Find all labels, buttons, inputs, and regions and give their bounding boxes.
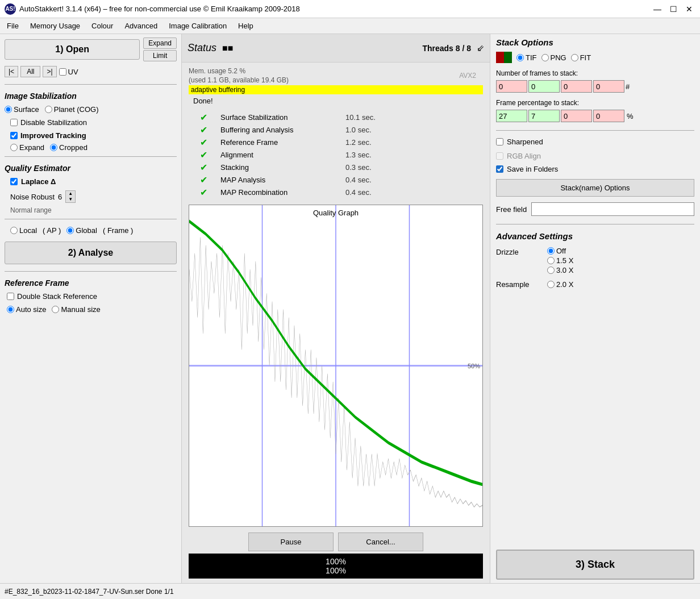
- nav-prev-button[interactable]: |<: [5, 66, 18, 77]
- fit-radio-label[interactable]: FIT: [571, 53, 591, 62]
- double-stack-checkbox[interactable]: [7, 293, 14, 300]
- avx2-label: AVX2: [459, 72, 476, 80]
- auto-size-label[interactable]: Auto size: [7, 305, 46, 314]
- resample-20-label[interactable]: 2.0 X: [547, 280, 573, 289]
- laplace-label[interactable]: Laplace Δ: [21, 177, 56, 186]
- sharpened-label[interactable]: Sharpened: [507, 138, 543, 146]
- frame-pct-input-0[interactable]: [496, 110, 527, 122]
- tif-radio-label[interactable]: TIF: [516, 53, 537, 62]
- noise-spinner[interactable]: ▲ ▼: [65, 190, 76, 203]
- step-row-6: ✔ MAP Recombination 0.4 sec.: [200, 187, 483, 198]
- progress-line-1: 100%: [189, 557, 483, 566]
- png-radio-label[interactable]: PNG: [541, 53, 566, 62]
- frame-pct-input-3[interactable]: [593, 110, 624, 122]
- png-radio[interactable]: [541, 54, 549, 61]
- cancel-button[interactable]: Cancel...: [338, 533, 423, 551]
- maximize-button[interactable]: ☐: [667, 3, 680, 15]
- expand-radio[interactable]: [10, 144, 18, 151]
- cropped-radio[interactable]: [50, 144, 57, 151]
- menu-file[interactable]: File: [2, 20, 23, 32]
- local-radio[interactable]: [10, 227, 18, 234]
- surface-radio-label[interactable]: Surface: [5, 105, 39, 114]
- frame-pct-input-2[interactable]: [561, 110, 592, 122]
- menu-image-calibration[interactable]: Image Calibration: [164, 20, 231, 32]
- step-time-2: 1.2 sec.: [345, 138, 372, 147]
- stabilization-radio-group: Surface Planet (COG): [5, 105, 177, 114]
- drizzle-row: Drizzle Off 1.5 X 3.0 X: [496, 247, 694, 274]
- menu-memory-usage[interactable]: Memory Usage: [26, 20, 85, 32]
- status-bottom-bar: #E_832_16_b2023-11-02-1847_7-UV-Sun.ser …: [0, 583, 700, 599]
- menu-advanced[interactable]: Advanced: [120, 20, 162, 32]
- drizzle-off-radio[interactable]: [547, 247, 555, 255]
- drizzle-15-label[interactable]: 1.5 X: [547, 256, 573, 265]
- status-title-row: Status ■■: [188, 42, 233, 54]
- fit-radio[interactable]: [571, 54, 578, 61]
- improved-tracking-label[interactable]: Improved Tracking: [10, 131, 177, 140]
- rgb-align-row: RGB Align: [496, 152, 694, 160]
- minimize-button[interactable]: —: [651, 3, 664, 15]
- close-button[interactable]: ✕: [683, 3, 695, 15]
- drizzle-off-label[interactable]: Off: [547, 247, 573, 255]
- planet-radio-label[interactable]: Planet (COG): [45, 105, 99, 114]
- laplace-checkbox[interactable]: [10, 178, 18, 185]
- noise-spin-up[interactable]: ▲: [66, 191, 75, 197]
- global-radio[interactable]: [66, 227, 74, 234]
- step-check-0: ✔: [200, 112, 209, 123]
- image-stabilization-title: Image Stabilization: [5, 91, 177, 101]
- save-folders-label[interactable]: Save in Folders: [507, 165, 558, 173]
- expand-button[interactable]: Expand: [143, 38, 177, 49]
- drizzle-15-radio[interactable]: [547, 257, 555, 264]
- drizzle-30-label[interactable]: 3.0 X: [547, 266, 573, 274]
- double-stack-row: Double Stack Reference: [7, 292, 177, 301]
- disable-stab-label[interactable]: Disable Stabilization: [10, 118, 177, 127]
- auto-size-radio[interactable]: [7, 306, 14, 313]
- app-icon: AS!: [5, 3, 16, 15]
- stack-button[interactable]: 3) Stack: [496, 550, 694, 580]
- surface-radio[interactable]: [5, 106, 12, 113]
- manual-size-label[interactable]: Manual size: [52, 305, 100, 314]
- status-title: Status: [188, 42, 216, 54]
- color-box: [496, 52, 512, 63]
- stack-name-button[interactable]: Stack(name) Options: [496, 179, 694, 197]
- save-folders-checkbox[interactable]: [496, 165, 503, 173]
- uv-label[interactable]: UV: [68, 68, 78, 76]
- nav-next-button[interactable]: >|: [43, 66, 56, 77]
- uv-checkbox[interactable]: [59, 68, 66, 76]
- frame-input-2[interactable]: [561, 80, 592, 93]
- frame-input-0[interactable]: [496, 80, 527, 93]
- sharpened-checkbox[interactable]: [496, 138, 503, 145]
- planet-radio[interactable]: [45, 106, 52, 113]
- resize-icon[interactable]: ⇙: [477, 43, 484, 53]
- menu-colour[interactable]: Colour: [87, 20, 118, 32]
- drizzle-label: Drizzle: [496, 247, 536, 256]
- global-radio-label[interactable]: Global: [66, 226, 97, 235]
- free-field-input[interactable]: [531, 202, 694, 216]
- frame-input-3[interactable]: [593, 80, 624, 93]
- step-row-0: ✔ Surface Stabilization 10.1 sec.: [200, 112, 483, 123]
- rgb-align-checkbox[interactable]: [496, 152, 503, 160]
- progress-bar-area: 100% 100%: [189, 554, 483, 579]
- cropped-radio-label[interactable]: Cropped: [50, 143, 88, 152]
- graph-50-label: 50%: [468, 363, 480, 369]
- tif-radio[interactable]: [516, 54, 524, 61]
- expand-radio-label[interactable]: Expand: [10, 143, 44, 152]
- threads-label: Threads 8 / 8: [422, 44, 471, 53]
- sharpened-row: Sharpened: [496, 138, 694, 146]
- local-radio-label[interactable]: Local: [10, 226, 37, 235]
- open-button[interactable]: 1) Open: [5, 39, 140, 60]
- drizzle-30-radio[interactable]: [547, 267, 555, 274]
- menu-help[interactable]: Help: [234, 20, 258, 32]
- improved-tracking-checkbox[interactable]: [10, 132, 18, 139]
- disable-stab-checkbox[interactable]: [10, 119, 18, 126]
- frame-input-1[interactable]: [528, 80, 560, 93]
- double-stack-label[interactable]: Double Stack Reference: [17, 292, 97, 301]
- resample-20-radio[interactable]: [547, 281, 555, 288]
- frame-pct-input-1[interactable]: [528, 110, 560, 122]
- nav-all-button[interactable]: All: [20, 66, 40, 77]
- analyse-button[interactable]: 2) Analyse: [5, 242, 177, 264]
- limit-button[interactable]: Limit: [143, 50, 177, 61]
- pause-button[interactable]: Pause: [248, 533, 334, 551]
- manual-size-radio[interactable]: [52, 306, 59, 313]
- divider-r2: [496, 224, 694, 224]
- noise-spin-down[interactable]: ▼: [66, 197, 75, 202]
